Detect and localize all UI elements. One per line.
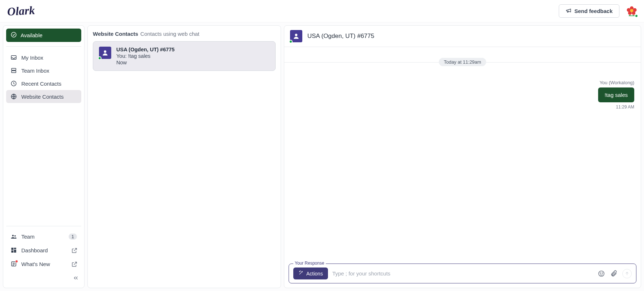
actions-button[interactable]: Actions (293, 268, 328, 279)
chat-header: USA (Ogden, UT) #6775 (284, 26, 641, 47)
svg-point-6 (11, 32, 16, 37)
contacts-title: Website Contacts (93, 31, 138, 37)
sidebar-item-label: Website Contacts (21, 94, 64, 100)
contact-preview: You: !tag sales (116, 53, 174, 59)
notification-dot-icon (15, 260, 18, 263)
dashboard-icon (10, 247, 17, 253)
message-group-self: You (Workalong) !tag sales 11:29 AM (592, 80, 641, 110)
chat-contact-avatar-icon (290, 30, 302, 42)
svg-point-28 (602, 273, 603, 273)
date-label: Today at 11:29am (439, 58, 486, 66)
attachment-icon[interactable] (610, 270, 617, 277)
sidebar-item-recent-contacts[interactable]: Recent Contacts (6, 77, 81, 90)
presence-dot-icon (98, 56, 101, 60)
sidebar-item-website-contacts[interactable]: Website Contacts (6, 90, 81, 103)
app-header: Olark Send feedback (0, 0, 644, 22)
magic-wand-icon (298, 270, 303, 277)
sidebar-item-dashboard[interactable]: Dashboard (6, 244, 81, 257)
external-link-icon (71, 247, 77, 253)
send-button[interactable] (622, 269, 632, 278)
composer: Your Response Actions (289, 264, 636, 283)
contact-avatar-icon (99, 47, 111, 59)
sidebar-item-label: Dashboard (21, 247, 48, 253)
availability-status-button[interactable]: Available (6, 29, 81, 42)
inbox-icon (10, 54, 17, 61)
people-icon (10, 233, 17, 240)
main-layout: Available My Inbox Team Inbox Recent (0, 22, 644, 291)
svg-rect-15 (14, 248, 16, 249)
contacts-header: Website Contacts Contacts using web chat (93, 31, 276, 37)
sidebar-item-label: Team (21, 234, 35, 240)
profile-avatar[interactable] (625, 5, 638, 18)
svg-point-26 (599, 271, 604, 276)
sidebar-item-label: Recent Contacts (21, 81, 61, 87)
actions-label: Actions (306, 271, 323, 277)
emoji-icon[interactable] (598, 270, 605, 277)
svg-point-5 (630, 9, 634, 12)
contact-name: USA (Ogden, UT) #6775 (116, 47, 174, 52)
sidebar: Available My Inbox Team Inbox Recent (3, 25, 85, 288)
sidebar-item-label: Team Inbox (21, 68, 49, 74)
presence-dot-icon (289, 40, 293, 43)
history-icon (10, 80, 17, 87)
svg-point-24 (299, 271, 300, 272)
date-divider: Today at 11:29am (284, 58, 641, 66)
team-inbox-icon (10, 67, 17, 74)
globe-icon (10, 93, 17, 100)
check-circle-icon (10, 31, 17, 39)
presence-dot-icon (635, 14, 638, 18)
megaphone-icon (566, 8, 571, 14)
send-feedback-label: Send feedback (574, 8, 613, 14)
composer-label: Your Response (293, 261, 326, 266)
message-timestamp: 11:29 AM (616, 104, 634, 110)
svg-point-13 (14, 235, 16, 237)
svg-point-12 (12, 235, 14, 237)
svg-rect-8 (12, 68, 16, 70)
collapse-sidebar-button[interactable] (70, 273, 81, 285)
whats-new-icon (10, 261, 17, 267)
svg-rect-9 (12, 71, 16, 73)
sidebar-item-label: What's New (21, 261, 50, 267)
header-right: Send feedback (559, 4, 638, 18)
send-feedback-button[interactable]: Send feedback (559, 4, 619, 18)
svg-point-27 (600, 273, 601, 273)
availability-status-label: Available (21, 32, 43, 38)
composer-area: Your Response Actions (284, 259, 641, 288)
contacts-panel: Website Contacts Contacts using web chat… (87, 25, 281, 288)
svg-point-25 (300, 271, 301, 271)
divider (6, 46, 81, 47)
contact-list-item[interactable]: USA (Ogden, UT) #6775 You: !tag sales No… (93, 41, 276, 71)
sidebar-item-my-inbox[interactable]: My Inbox (6, 51, 81, 64)
sidebar-item-team-inbox[interactable]: Team Inbox (6, 64, 81, 77)
sidebar-item-whats-new[interactable]: What's New (6, 257, 81, 270)
chat-contact-name: USA (Ogden, UT) #6775 (307, 33, 374, 40)
svg-rect-14 (11, 248, 13, 250)
team-count-badge: 1 (69, 234, 77, 240)
svg-point-23 (295, 34, 298, 36)
svg-rect-17 (11, 251, 13, 253)
message-sender-label: You (Workalong) (600, 80, 634, 85)
contacts-subtitle: Contacts using web chat (141, 31, 199, 37)
external-link-icon (71, 261, 77, 267)
svg-point-22 (104, 50, 107, 53)
brand-logo[interactable]: Olark (5, 4, 35, 18)
chat-body: Today at 11:29am You (Workalong) !tag sa… (284, 47, 641, 259)
svg-rect-16 (14, 250, 16, 253)
message-bubble: !tag sales (598, 87, 634, 102)
message-input[interactable] (332, 270, 593, 277)
contact-time: Now (116, 60, 174, 65)
sidebar-item-label: My Inbox (21, 55, 43, 61)
sidebar-item-team[interactable]: Team 1 (6, 230, 81, 243)
chat-panel: USA (Ogden, UT) #6775 Today at 11:29am Y… (284, 25, 641, 288)
